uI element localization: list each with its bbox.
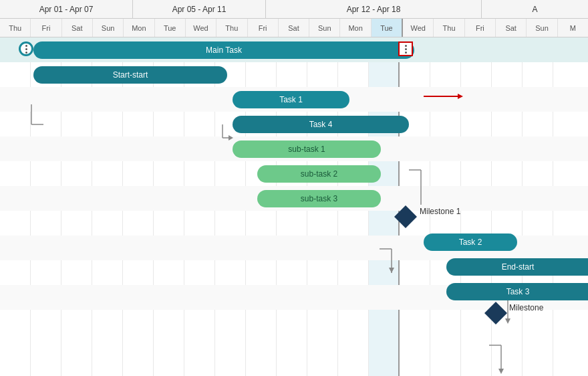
day-mon1: Mon [124, 19, 154, 37]
gantt-chart: Apr 01 - Apr 07 Apr 05 - Apr 11 Apr 12 -… [0, 0, 588, 376]
subtask1-bar[interactable]: sub-task 1 [233, 140, 381, 158]
day-wed1: Wed [186, 19, 216, 37]
header-days: Thu Fri Sat Sun Mon Tue Wed Thu Fri Sat … [0, 19, 588, 37]
main-task-bar[interactable]: Main Task [33, 41, 414, 59]
svg-marker-15 [498, 369, 504, 374]
day-tue1: Tue [155, 19, 186, 37]
day-sat1: Sat [62, 19, 93, 37]
range-apr01-07: Apr 01 - Apr 07 [0, 0, 133, 18]
milestone2-label: Milestone [509, 303, 543, 312]
milestone1-label: Milestone 1 [420, 207, 460, 216]
range-apr12-18: Apr 12 - Apr 18 [266, 0, 482, 18]
start-start-bar[interactable]: Start-start [33, 66, 227, 84]
task1-bar[interactable]: Task 1 [233, 91, 349, 108]
range-apr05-11: Apr 05 - Apr 11 [133, 0, 266, 18]
day-sun3: Sun [527, 19, 557, 37]
subtask2-bar[interactable]: sub-task 2 [257, 165, 381, 183]
day-sat3: Sat [496, 19, 527, 37]
day-sun1: Sun [93, 19, 124, 37]
day-fri1: Fri [31, 19, 61, 37]
day-wed2: Wed [403, 19, 434, 37]
task4-bar[interactable]: Task 4 [233, 116, 409, 133]
day-thu3: Thu [434, 19, 464, 37]
day-tue2: Tue [372, 19, 403, 37]
day-sat2: Sat [279, 19, 309, 37]
main-task-left-circle [19, 41, 33, 56]
header-date-ranges: Apr 01 - Apr 07 Apr 05 - Apr 11 Apr 12 -… [0, 0, 588, 19]
task3-bar[interactable]: Task 3 [446, 283, 588, 300]
subtask3-bar[interactable]: sub-task 3 [257, 190, 381, 207]
day-thu1: Thu [0, 19, 31, 37]
day-fri3: Fri [465, 19, 496, 37]
day-thu2: Thu [216, 19, 247, 37]
end-start-bar[interactable]: End-start [446, 258, 588, 276]
row-bg-7 [0, 211, 588, 236]
day-fri2: Fri [248, 19, 279, 37]
range-next: A [482, 0, 588, 18]
gantt-body: Main Task Start-start Task 1 Task 4 sub-… [0, 37, 588, 376]
main-task-right-icon[interactable] [398, 41, 413, 56]
day-m: M [558, 19, 588, 37]
task2-bar[interactable]: Task 2 [424, 233, 517, 251]
day-mon2: Mon [340, 19, 371, 37]
day-sun2: Sun [309, 19, 340, 37]
